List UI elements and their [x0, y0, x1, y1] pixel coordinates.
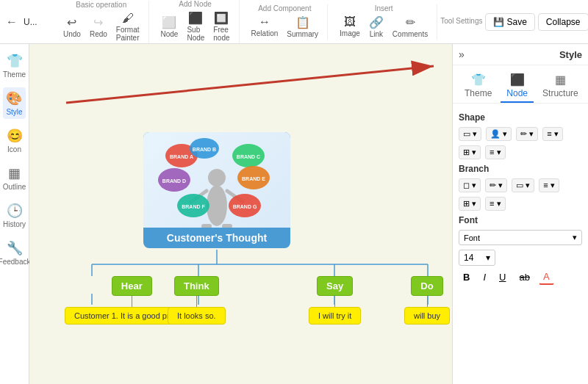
branch-btn-4[interactable]: ≡ ▾: [539, 178, 559, 192]
font-dropdown[interactable]: Font ▾: [459, 230, 582, 245]
add-node-label: Add Node: [179, 0, 211, 8]
hear-node[interactable]: Hear: [112, 276, 152, 296]
link-label: Link: [370, 30, 383, 38]
main-content: 👕 Theme 🎨 Style 😊 Icon ▦ Outline 🕒 Histo…: [0, 44, 588, 384]
icon-label: Icon: [7, 145, 21, 153]
shape-btn-4[interactable]: ≡ ▾: [542, 127, 562, 141]
undo-button[interactable]: ↩ Undo: [60, 14, 84, 40]
think-group: Think It looks so.: [168, 276, 226, 325]
style-label: Style: [6, 108, 22, 116]
node-label: Node: [161, 30, 179, 38]
think-node[interactable]: Think: [174, 276, 219, 296]
think-connector: [196, 296, 197, 307]
branch-btn-6[interactable]: ≡ ▾: [485, 197, 505, 211]
node-button[interactable]: ⬜ Node: [158, 14, 182, 40]
comments-icon: ✏: [406, 15, 415, 29]
image-label: Image: [340, 29, 360, 37]
branch-btn-2[interactable]: ✏ ▾: [485, 178, 507, 192]
shape-btn-1[interactable]: ▭ ▾: [459, 127, 481, 141]
collapse-button[interactable]: Collapse: [538, 13, 588, 31]
format-painter-button[interactable]: 🖌 Format Painter: [113, 10, 143, 43]
undo-icon: ↩: [67, 15, 76, 29]
node-tab-icon: ⬛: [510, 73, 525, 87]
feedback-icon: 🔧: [7, 240, 23, 256]
tab-node[interactable]: ⬛ Node: [501, 70, 534, 103]
relation-button[interactable]: ↔ Relation: [248, 14, 282, 39]
font-color-button[interactable]: A: [539, 269, 554, 285]
image-icon: 🖼: [344, 15, 356, 29]
svg-point-2: [207, 185, 227, 226]
font-size-input[interactable]: 14 ▾: [459, 250, 495, 266]
say-group: Say I will try it: [309, 276, 361, 325]
collapse-label: Collapse: [546, 17, 581, 27]
sidebar-item-history[interactable]: 🕒 History: [0, 200, 29, 231]
sub-node-icon: ⬛: [188, 11, 203, 25]
image-button[interactable]: 🖼 Image: [337, 14, 363, 39]
brands-svg: BRAND A BRAND B BRAND C BRAND D BRAND E: [143, 132, 290, 228]
underline-button[interactable]: U: [495, 269, 510, 285]
branch-btn-3[interactable]: ▭ ▾: [512, 178, 534, 192]
think-child[interactable]: It looks so.: [168, 307, 226, 325]
right-panel: » Style 👕 Theme ⬛ Node ▦ Structure Shape…: [452, 44, 588, 384]
comments-button[interactable]: ✏ Comments: [390, 14, 431, 40]
doc-title[interactable]: U...: [24, 17, 46, 27]
center-node[interactable]: BRAND A BRAND B BRAND C BRAND D BRAND E: [143, 132, 290, 248]
summary-button[interactable]: 📋 Summary: [284, 14, 321, 40]
font-size-row: 14 ▾: [459, 250, 582, 266]
italic-button[interactable]: I: [478, 269, 490, 285]
font-dropdown-arrow: ▾: [573, 233, 577, 242]
svg-text:BRAND B: BRAND B: [193, 147, 216, 152]
bold-button[interactable]: B: [459, 269, 474, 285]
tab-theme[interactable]: 👕 Theme: [459, 70, 498, 103]
sub-node-button[interactable]: ⬛ Sub Node: [184, 10, 207, 43]
branch-btn-5[interactable]: ⊞ ▾: [459, 197, 481, 211]
insert-label: Insert: [375, 4, 393, 12]
svg-point-3: [208, 169, 226, 186]
add-node-group: Add Node ⬜ Node ⬛ Sub Node 🔲 Free node: [152, 0, 240, 43]
sidebar-item-icon[interactable]: 😊 Icon: [4, 125, 26, 156]
sidebar-item-theme[interactable]: 👕 Theme: [0, 50, 29, 81]
redo-button[interactable]: ↪ Redo: [87, 14, 110, 40]
save-label: Save: [506, 17, 526, 27]
do-node[interactable]: Do: [411, 276, 442, 296]
save-button[interactable]: 💾 Save: [485, 13, 534, 31]
node-icon: ⬜: [162, 15, 176, 29]
font-dropdown-label: Font: [464, 233, 480, 242]
basic-operation-group: Basic operation ↩ Undo ↪ Redo 🖌 Format P…: [54, 1, 149, 43]
svg-text:BRAND A: BRAND A: [170, 154, 193, 159]
theme-label: Theme: [3, 70, 26, 79]
font-size-arrow: ▾: [486, 253, 490, 263]
free-node-button[interactable]: 🔲 Free node: [210, 10, 232, 43]
relation-label: Relation: [251, 29, 279, 37]
back-button[interactable]: ←: [6, 15, 18, 29]
tab-structure[interactable]: ▦ Structure: [537, 70, 584, 103]
outline-label: Outline: [3, 183, 26, 191]
font-size-value: 14: [464, 253, 473, 263]
do-child[interactable]: will buy: [404, 307, 450, 325]
link-button[interactable]: 🔗 Link: [366, 14, 387, 40]
free-node-icon: 🔲: [214, 11, 229, 25]
sidebar-item-outline[interactable]: ▦ Outline: [0, 162, 29, 194]
format-painter-icon: 🖌: [122, 12, 134, 25]
canvas[interactable]: BRAND A BRAND B BRAND C BRAND D BRAND E: [29, 44, 452, 384]
svg-text:BRAND D: BRAND D: [162, 178, 186, 184]
shape-buttons-row: ▭ ▾ 👤 ▾ ✏ ▾ ≡ ▾ ⊞ ▾ ≡ ▾: [459, 127, 582, 159]
panel-title: Style: [559, 49, 582, 60]
link-icon: 🔗: [369, 15, 384, 29]
say-child[interactable]: I will try it: [309, 307, 361, 325]
say-node[interactable]: Say: [317, 276, 353, 296]
left-sidebar: 👕 Theme 🎨 Style 😊 Icon ▦ Outline 🕒 Histo…: [0, 44, 29, 384]
shape-btn-3[interactable]: ✏ ▾: [516, 127, 538, 141]
sidebar-item-style[interactable]: 🎨 Style: [3, 87, 25, 119]
panel-expand-button[interactable]: »: [459, 48, 465, 60]
shape-btn-5[interactable]: ⊞ ▾: [459, 145, 481, 159]
branch-btn-1[interactable]: ◻ ▾: [459, 178, 481, 192]
history-icon: 🕒: [7, 203, 23, 219]
shape-btn-6[interactable]: ≡ ▾: [485, 145, 505, 159]
shape-btn-2[interactable]: 👤 ▾: [486, 127, 512, 141]
strikethrough-button[interactable]: ab: [514, 269, 534, 285]
sidebar-item-feedback[interactable]: 🔧 Feedback: [0, 237, 33, 269]
shape-section-title: Shape: [459, 112, 582, 123]
history-label: History: [3, 220, 26, 228]
svg-text:BRAND C: BRAND C: [237, 154, 260, 159]
